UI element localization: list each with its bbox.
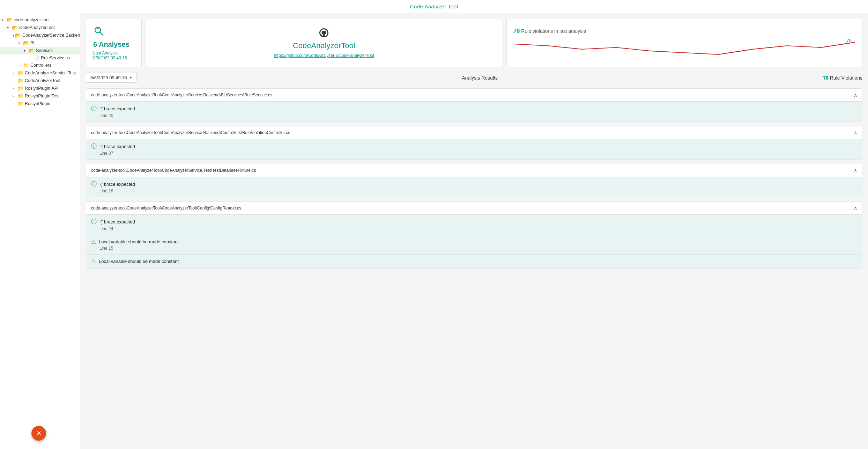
warning-icon: ⚠	[91, 238, 96, 245]
analyses-count: 6 Analyses	[93, 41, 134, 49]
violation-group: code-analyzer-tool\CodeAnalyzerTool\Code…	[86, 126, 862, 160]
analyses-card: 6 Analyses Last Analysis: 8/6/2023 09:49…	[86, 19, 142, 67]
sidebar-item-rule-service-cs[interactable]: 📄RuleService.cs	[0, 54, 80, 61]
violation-item-header: ⓘ'{' brace expected	[91, 218, 857, 226]
sidebar-item-label: CodeAnalyzerTool	[19, 25, 54, 30]
tool-link[interactable]: https://github.com/CodeAnalyzerIS/code-a…	[153, 53, 495, 58]
folder-icon: 📁	[17, 70, 23, 76]
sidebar-item-bl[interactable]: ▾📂BL	[0, 39, 80, 47]
folder-icon: 📂	[15, 32, 21, 38]
sidebar-item-roslyn-plugin-api[interactable]: ›📁RoslynPlugin.API	[0, 84, 80, 92]
violation-item: ⓘ'{' brace expectedLine 37	[86, 139, 862, 159]
float-button[interactable]: ✕	[31, 426, 46, 441]
violation-groups: code-analyzer-tool\CodeAnalyzerTool\Code…	[86, 88, 862, 268]
violation-group: code-analyzer-tool\CodeAnalyzerTool\Code…	[86, 164, 862, 197]
sidebar-item-label: Controllers	[30, 63, 51, 68]
info-icon: ⓘ	[91, 105, 97, 112]
sidebar-item-label: RoslynPlugin	[25, 101, 50, 106]
stats-row: 6 Analyses Last Analysis: 8/6/2023 09:49…	[80, 13, 868, 67]
violation-line: Line 20	[99, 113, 857, 118]
violation-group-path: code-analyzer-tool\CodeAnalyzerTool\Code…	[91, 206, 241, 211]
violation-group-header[interactable]: code-analyzer-tool\CodeAnalyzerTool\Code…	[86, 126, 862, 139]
analyses-icon	[93, 25, 134, 39]
analysis-results-label: Analysis Results	[142, 75, 818, 81]
violation-line: Line 15	[99, 246, 857, 251]
violation-message: Local variable should be made constant	[99, 259, 179, 264]
title-label: Code Analyzer Tool	[410, 3, 458, 9]
sidebar-item-services[interactable]: ▾📂Services	[0, 47, 80, 54]
sidebar-item-controllers[interactable]: ›📁Controllers	[0, 61, 80, 69]
sidebar-item-label: CodeAnalyzerTool	[25, 78, 60, 83]
analysis-header-row: 8/6/2023 09:49:15 ▾ Analysis Results 78 …	[86, 73, 862, 83]
violation-group-path: code-analyzer-tool\CodeAnalyzerTool\Code…	[91, 168, 256, 173]
violation-line: Line 37	[99, 151, 857, 156]
folder-icon: 📁	[17, 93, 23, 99]
date-value: 8/6/2023 09:49:15	[90, 75, 127, 80]
chevron-icon: ▾	[1, 18, 6, 22]
violation-message: Local variable should be made constant	[99, 239, 179, 244]
folder-icon: 📂	[6, 17, 12, 23]
violation-item: ⓘ'{' brace expectedLine 20	[86, 101, 862, 122]
violation-line: Line 18	[99, 189, 857, 193]
sidebar-item-label: RoslynPlugin.API	[25, 86, 59, 91]
sidebar-item-label: CodeAnalyzerService.Backend	[22, 33, 80, 38]
violation-group: code-analyzer-tool\CodeAnalyzerTool\Code…	[86, 201, 862, 268]
sidebar-item-label: CodeAnalyzerService.Test	[25, 71, 76, 75]
info-icon: ⓘ	[91, 181, 97, 188]
sidebar-item-code-analyzer-tool-2[interactable]: ›📁CodeAnalyzerTool	[0, 77, 80, 84]
chevron-icon: ›	[13, 102, 17, 106]
sidebar-item-code-analyzer-tool-root[interactable]: ▾📂code-analyzer-tool	[0, 16, 80, 24]
sidebar-item-code-analyzer-service-backend[interactable]: ▾📂CodeAnalyzerService.Backend	[0, 31, 80, 39]
violation-item-header: ⚠Local variable should be made constant	[91, 258, 857, 265]
chevron-icon: ▾	[24, 49, 28, 53]
violation-group-header[interactable]: code-analyzer-tool\CodeAnalyzerTool\Code…	[86, 89, 862, 101]
folder-icon: 📂	[23, 40, 29, 46]
chevron-icon: ›	[13, 94, 17, 98]
folder-icon: 📂	[29, 48, 35, 53]
folder-icon: 📁	[17, 101, 23, 106]
violation-group-path: code-analyzer-tool\CodeAnalyzerTool\Code…	[91, 130, 290, 135]
violation-item-header: ⚠Local variable should be made constant	[91, 238, 857, 245]
chevron-icon: ▾	[13, 34, 14, 37]
sidebar-item-code-analyzer-tool-node[interactable]: ▾📂CodeAnalyzerTool	[0, 24, 80, 31]
sidebar-item-code-analyzer-service-test[interactable]: ›📁CodeAnalyzerService.Test	[0, 69, 80, 77]
chevron-up-icon: ∧	[854, 92, 857, 98]
chevron-icon: ›	[13, 87, 17, 90]
violation-item-header: ⓘ'{' brace expected	[91, 181, 857, 188]
violations-chart: ↑ 76	[514, 37, 855, 58]
folder-icon: 📁	[17, 86, 23, 91]
violation-message: '{' brace expected	[99, 106, 135, 111]
sidebar-item-label: RoslynPlugin.Test	[25, 94, 59, 98]
violation-item: ⓘ'{' brace expectedLine 24	[86, 214, 862, 235]
chevron-icon: ›	[13, 79, 17, 83]
violation-item: ⚠Local variable should be made constant	[86, 254, 862, 268]
violation-group: code-analyzer-tool\CodeAnalyzerTool\Code…	[86, 88, 862, 122]
violation-message: '{' brace expected	[99, 182, 135, 187]
file-icon: 📄	[34, 56, 39, 60]
info-icon: ⓘ	[91, 143, 97, 150]
sidebar-item-roslyn-plugin-test[interactable]: ›📁RoslynPlugin.Test	[0, 92, 80, 100]
analyses-date: Last Analysis: 8/6/2023 09:49:15	[93, 51, 134, 60]
content-area: 6 Analyses Last Analysis: 8/6/2023 09:49…	[80, 13, 868, 449]
violation-item: ⓘ'{' brace expectedLine 18	[86, 177, 862, 197]
chevron-up-icon: ∧	[854, 205, 857, 211]
folder-icon: 📁	[23, 62, 29, 68]
sidebar-item-roslyn-plugin[interactable]: ›📁RoslynPlugin	[0, 100, 80, 108]
violation-item-header: ⓘ'{' brace expected	[91, 105, 857, 112]
svg-line-1	[100, 32, 103, 35]
violation-line: Line 24	[99, 226, 857, 231]
date-dropdown[interactable]: 8/6/2023 09:49:15 ▾	[86, 73, 136, 83]
sidebar-item-label: code-analyzer-tool	[14, 17, 50, 22]
dropdown-arrow-icon: ▾	[130, 75, 132, 80]
violation-group-header[interactable]: code-analyzer-tool\CodeAnalyzerTool\Code…	[86, 202, 862, 214]
chevron-icon: ▾	[18, 41, 22, 45]
chevron-icon: ›	[13, 71, 17, 75]
app-container: ▾📂code-analyzer-tool▾📂CodeAnalyzerTool▾📂…	[0, 13, 868, 449]
violations-card: 78 Rule violations in last analysis ↑ 76	[506, 19, 863, 67]
chevron-icon: ›	[18, 64, 22, 67]
violation-item-header: ⓘ'{' brace expected	[91, 143, 857, 150]
violations-title: 78 Rule violations in last analysis	[514, 28, 855, 34]
warning-icon: ⚠	[91, 258, 96, 265]
info-icon: ⓘ	[91, 218, 97, 226]
violation-group-header[interactable]: code-analyzer-tool\CodeAnalyzerTool\Code…	[86, 164, 862, 177]
